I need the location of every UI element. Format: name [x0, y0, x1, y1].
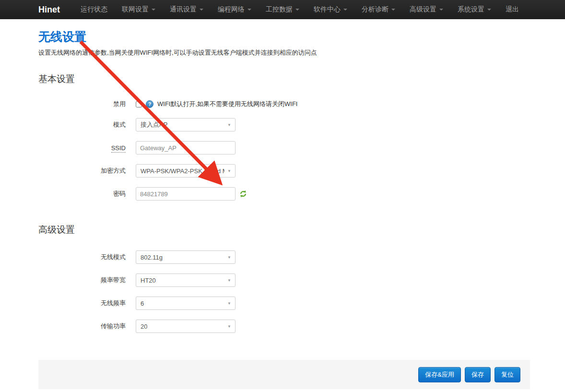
- reset-button[interactable]: 复位: [494, 367, 520, 382]
- channel-label: 无线频率: [38, 299, 126, 308]
- nav-item-software-center[interactable]: 软件中心: [306, 0, 354, 19]
- tx-power-select[interactable]: 20 ▼: [136, 320, 235, 333]
- brand-logo[interactable]: Hinet: [38, 5, 60, 15]
- ssid-input[interactable]: [136, 141, 235, 154]
- chevron-down-icon: [343, 9, 347, 11]
- encryption-label: 加密方式: [38, 166, 126, 175]
- form-row-password: 密码: [38, 187, 530, 201]
- nav-item-label: 运行状态: [81, 5, 107, 14]
- page-title: 无线设置: [38, 29, 530, 45]
- chevron-down-icon: [247, 9, 251, 11]
- encryption-select[interactable]: WPA-PSK/WPA2-PSK Mixed Mode ▼: [136, 164, 235, 178]
- form-row-channel: 无线频率 6 ▼: [38, 297, 530, 310]
- nav-item-programming-network[interactable]: 编程网络: [211, 0, 259, 19]
- bandwidth-select[interactable]: HT20 ▼: [136, 273, 235, 287]
- nav-item-running-status[interactable]: 运行状态: [73, 0, 115, 19]
- nav-item-label: 通讯设置: [170, 5, 197, 14]
- form-row-tx-power: 传输功率 20 ▼: [38, 320, 530, 333]
- nav-item-label: 工控数据: [266, 5, 293, 14]
- encryption-select-value: WPA-PSK/WPA2-PSK Mixed Mode: [141, 167, 224, 175]
- nav-item-system-settings[interactable]: 系统设置: [450, 0, 498, 19]
- save-button[interactable]: 保存: [465, 367, 491, 382]
- disable-control-group: ? WIFI默认打开,如果不需要使用无线网络请关闭WIFI: [136, 100, 297, 108]
- form-row-bandwidth: 频率带宽 HT20 ▼: [38, 273, 530, 287]
- nav-item-advanced-settings[interactable]: 高级设置: [402, 0, 450, 19]
- nav-item-label: 分析诊断: [362, 5, 388, 14]
- password-input[interactable]: [136, 187, 235, 201]
- wireless-mode-label: 无线模式: [38, 253, 126, 261]
- nav-item-industrial-data[interactable]: 工控数据: [259, 0, 306, 19]
- dropdown-caret-icon: ▼: [227, 169, 231, 173]
- dropdown-caret-icon: ▼: [227, 123, 231, 127]
- generate-password-icon[interactable]: [239, 190, 247, 198]
- form-row-disable: 禁用 ? WIFI默认打开,如果不需要使用无线网络请关闭WIFI: [38, 100, 530, 108]
- top-navbar: Hinet 运行状态 联网设置 通讯设置 编程网络 工控数据 软件中心 分析诊断…: [0, 0, 565, 19]
- tx-power-label: 传输功率: [38, 322, 126, 331]
- nav-item-label: 系统设置: [458, 5, 484, 14]
- nav-item-label: 高级设置: [410, 5, 436, 14]
- mode-select-value: 接入点AP: [141, 120, 167, 129]
- dropdown-caret-icon: ▼: [227, 324, 231, 329]
- nav-item-label: 退出: [506, 5, 519, 14]
- nav-item-analysis-diagnosis[interactable]: 分析诊断: [354, 0, 402, 19]
- save-apply-button[interactable]: 保存&应用: [418, 367, 461, 382]
- page-subtitle: 设置无线网络的通信参数,当网关使用WIFI网络时,可以手动设置无线客户端模式并连…: [38, 48, 530, 57]
- section-heading-advanced: 高级设置: [38, 224, 530, 236]
- form-row-mode: 模式 接入点AP ▼: [38, 118, 530, 131]
- form-row-encryption: 加密方式 WPA-PSK/WPA2-PSK Mixed Mode ▼: [38, 164, 530, 178]
- nav-item-network-settings[interactable]: 联网设置: [115, 0, 163, 19]
- chevron-down-icon: [295, 9, 299, 11]
- dropdown-caret-icon: ▼: [227, 301, 231, 306]
- disable-hint: WIFI默认打开,如果不需要使用无线网络请关闭WIFI: [157, 100, 297, 108]
- bandwidth-label: 频率带宽: [38, 276, 126, 285]
- chevron-down-icon: [200, 9, 203, 11]
- disable-label: 禁用: [38, 100, 126, 108]
- help-icon: ?: [146, 100, 153, 108]
- chevron-down-icon: [487, 9, 491, 11]
- bandwidth-select-value: HT20: [141, 277, 156, 284]
- nav-item-label: 编程网络: [218, 5, 245, 14]
- tx-power-select-value: 20: [141, 323, 147, 330]
- disable-checkbox[interactable]: [136, 101, 142, 107]
- form-row-ssid: SSID: [38, 141, 530, 154]
- nav-item-logout[interactable]: 退出: [498, 0, 526, 19]
- ssid-label-text: SSID: [111, 144, 126, 153]
- chevron-down-icon: [439, 9, 443, 11]
- dropdown-caret-icon: ▼: [227, 278, 231, 283]
- nav-item-label: 联网设置: [122, 5, 149, 14]
- section-heading-basic: 基本设置: [38, 73, 530, 85]
- dropdown-caret-icon: ▼: [227, 255, 231, 260]
- nav-item-label: 软件中心: [314, 5, 341, 14]
- password-label: 密码: [38, 190, 126, 198]
- chevron-down-icon: [152, 9, 155, 11]
- mode-label: 模式: [38, 120, 126, 129]
- mode-select[interactable]: 接入点AP ▼: [136, 118, 235, 131]
- wireless-mode-select-value: 802.11g: [141, 254, 163, 261]
- main-content: 无线设置 设置无线网络的通信参数,当网关使用WIFI网络时,可以手动设置无线客户…: [0, 29, 530, 392]
- nav-item-communication-settings[interactable]: 通讯设置: [163, 0, 211, 19]
- actions-bar: 保存&应用 保存 复位: [38, 360, 530, 389]
- channel-select[interactable]: 6 ▼: [136, 297, 235, 310]
- channel-select-value: 6: [141, 300, 144, 307]
- ssid-label: SSID: [38, 144, 126, 152]
- chevron-down-icon: [391, 9, 395, 11]
- form-row-wireless-mode: 无线模式 802.11g ▼: [38, 250, 530, 264]
- wireless-mode-select[interactable]: 802.11g ▼: [136, 250, 235, 264]
